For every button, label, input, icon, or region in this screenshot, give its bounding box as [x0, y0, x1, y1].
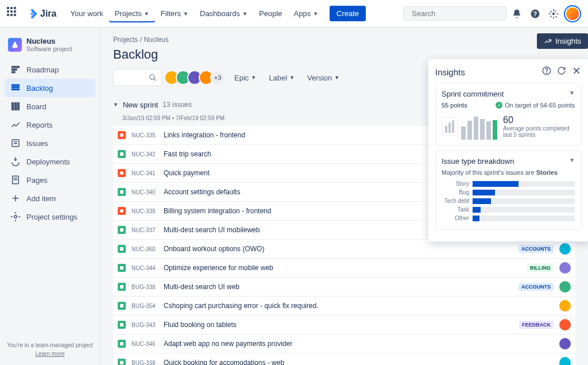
project-name: Nucleus: [26, 37, 72, 45]
settings-icon[interactable]: [546, 6, 562, 22]
sidebar-item-roadmap[interactable]: Roadmap: [5, 60, 95, 79]
breakdown-bar: [473, 181, 575, 187]
help-icon[interactable]: [542, 66, 551, 78]
sidebar-item-project-settings[interactable]: Project settings: [5, 208, 95, 226]
svg-rect-13: [18, 102, 20, 110]
breakdown-row: Story: [442, 180, 575, 187]
chevron-down-icon: ▼: [144, 11, 149, 17]
sidebar-item-add-item[interactable]: Add item: [5, 189, 95, 208]
issue-row[interactable]: BUG-338Multi-dest search UI webACCOUNTS: [113, 277, 575, 296]
assignee-avatar[interactable]: [559, 300, 571, 312]
jira-logo[interactable]: Jira: [26, 8, 56, 20]
issues-icon: [10, 138, 21, 148]
reports-icon: [10, 120, 21, 130]
global-search[interactable]: [403, 6, 506, 21]
chart-bar: [474, 117, 478, 140]
assignee-avatar[interactable]: [559, 319, 571, 331]
assignee-filter[interactable]: +3: [168, 70, 225, 85]
board-icon: [10, 101, 21, 112]
nav-projects[interactable]: Projects▼: [109, 6, 155, 21]
sidebar-item-issues[interactable]: Issues: [5, 134, 95, 152]
chevron-down-icon[interactable]: ▼: [569, 157, 575, 166]
sidebar-item-deployments[interactable]: Deployments: [5, 152, 95, 171]
chevron-down-icon[interactable]: ▼: [113, 102, 118, 107]
breakdown-label: Story: [442, 180, 469, 187]
help-icon[interactable]: ?: [527, 6, 543, 22]
app-switcher-icon[interactable]: [7, 7, 21, 21]
chevron-down-icon: ▼: [242, 11, 247, 17]
nav-filters[interactable]: Filters▼: [155, 6, 194, 21]
nav-people[interactable]: People: [253, 6, 288, 21]
breadcrumb-parent[interactable]: Projects: [113, 36, 138, 44]
assignee-avatar[interactable]: [559, 338, 571, 349]
issue-row[interactable]: NUC-344Optimize experience for mobile we…: [113, 258, 575, 277]
project-icon: [8, 38, 22, 52]
issue-row[interactable]: BUG-338Quick booking for accomodations -…: [113, 353, 575, 365]
breadcrumb: Projects / Nucleus: [113, 36, 575, 44]
svg-point-23: [150, 75, 154, 79]
issue-summary: Quick booking for accomodations - web: [164, 359, 554, 365]
issue-key: NUC-340: [131, 189, 158, 195]
chevron-down-icon: ▼: [289, 75, 295, 80]
chevron-down-icon: ▼: [251, 75, 256, 80]
assignee-avatar[interactable]: [559, 243, 571, 255]
bug-icon: [118, 169, 126, 177]
search-icon: [149, 74, 157, 82]
svg-rect-12: [15, 102, 17, 110]
sprint-points: 55 points: [442, 102, 467, 109]
breakdown-row: Task: [442, 206, 575, 213]
svg-rect-6: [11, 69, 17, 71]
svg-rect-11: [11, 102, 14, 110]
issue-row[interactable]: NUC-360Onboard workout options (OWO)ACCO…: [113, 239, 575, 258]
sidebar-item-pages[interactable]: Pages: [5, 171, 95, 189]
profile-avatar[interactable]: [564, 5, 581, 22]
nav-dashboards[interactable]: Dashboards▼: [194, 6, 253, 21]
breakdown-bar: [473, 216, 575, 221]
refresh-icon[interactable]: [557, 66, 566, 78]
commitment-bar-chart: [461, 113, 497, 140]
card-title: Sprint commitment: [442, 90, 504, 98]
issue-summary: Optimize experience for mobile web: [164, 264, 521, 272]
chart-bar: [467, 121, 472, 140]
issue-key: NUC-344: [131, 265, 158, 271]
close-icon[interactable]: [572, 66, 581, 78]
sidebar-item-reports[interactable]: Reports: [5, 116, 95, 134]
project-header[interactable]: Nucleus Software project: [5, 34, 95, 60]
chevron-down-icon[interactable]: ▼: [569, 90, 575, 98]
issue-label: BILLING: [527, 264, 554, 272]
nav-your-work[interactable]: Your work: [64, 6, 109, 21]
issue-row[interactable]: NUC-346Adapt web app no new payments pro…: [113, 334, 575, 353]
assignee-avatar[interactable]: [559, 357, 571, 365]
sidebar-footer: You're in a team-managed project Learn m…: [5, 341, 95, 358]
assignee-avatar[interactable]: [559, 262, 571, 274]
svg-rect-5: [11, 66, 20, 68]
svg-rect-9: [11, 87, 20, 88]
version-filter[interactable]: Version▼: [304, 71, 343, 84]
epic-filter[interactable]: Epic▼: [231, 71, 260, 84]
backlog-icon: [10, 83, 21, 93]
issue-row[interactable]: BUG-343Fluid booking on tabletsFEEDBACK: [113, 315, 575, 334]
nav-apps[interactable]: Apps▼: [288, 6, 324, 21]
sidebar-item-board[interactable]: Board: [5, 97, 95, 116]
create-button[interactable]: Create: [330, 6, 366, 21]
mini-chart: [442, 117, 458, 136]
sidebar-item-label: Project settings: [26, 213, 78, 221]
label-filter[interactable]: Label▼: [265, 71, 298, 84]
breakdown-bar: [473, 207, 575, 213]
deployments-icon: [10, 156, 21, 167]
insights-button[interactable]: Insights: [537, 33, 588, 49]
chart-bar: [486, 121, 491, 140]
search-input[interactable]: [412, 9, 508, 18]
notifications-icon[interactable]: [509, 6, 525, 22]
issue-row[interactable]: BUG-354Cshoping cart purchasing error - …: [113, 296, 575, 315]
backlog-search[interactable]: [113, 69, 162, 86]
story-icon: [118, 283, 126, 291]
sidebar-item-label: Issues: [26, 139, 48, 148]
avatar-overflow[interactable]: +3: [210, 70, 225, 85]
learn-more-link[interactable]: Learn more: [35, 351, 64, 357]
sidebar-item-backlog[interactable]: Backlog: [5, 79, 95, 97]
assignee-avatar[interactable]: [559, 281, 571, 293]
status-on-target: On target of 54-65 points: [496, 102, 575, 109]
issue-key: BUG-343: [131, 322, 158, 328]
sprint-name: New sprint: [123, 101, 158, 109]
